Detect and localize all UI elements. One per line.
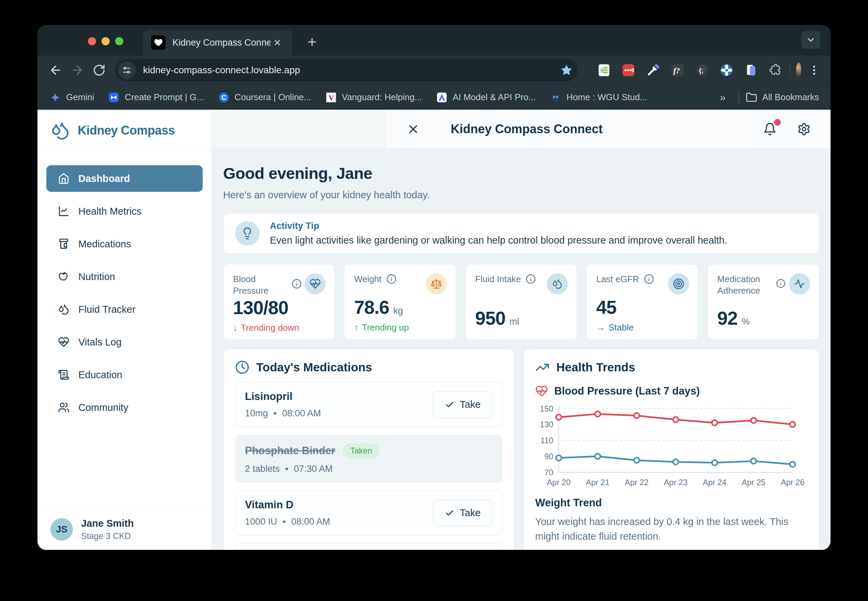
stat-value: 45 <box>596 296 616 318</box>
heart-pulse-icon <box>305 273 326 294</box>
all-bookmarks-button[interactable]: All Bookmarks <box>745 91 819 104</box>
sidebar-item-medications[interactable]: Medications <box>46 231 203 257</box>
trend-indicator: ↑Trending up <box>354 322 446 333</box>
stat-cards: Blood Pressure 130/80 ↓Trending down <box>223 264 819 340</box>
user-profile[interactable]: JS Jane Smith Stage 3 CKD <box>38 509 212 550</box>
weight-trend-text: Your weight has increased by 0.4 kg in t… <box>535 514 807 544</box>
stat-value: 92 <box>717 307 737 329</box>
bookmark-label: Gemini <box>66 92 94 102</box>
bookmarks-bar: Gemini Create Prompt | G... C Coursera |… <box>38 84 830 110</box>
new-tab-button[interactable] <box>304 34 320 50</box>
sidebar-item-dashboard[interactable]: Dashboard <box>46 165 203 192</box>
bookmark-label: Create Prompt | G... <box>125 92 204 102</box>
profile-avatar[interactable] <box>796 63 801 78</box>
bookmarks-overflow-chevrons[interactable]: » <box>720 92 726 103</box>
users-icon <box>58 402 70 413</box>
bookmark-label: AI Model & API Pro... <box>453 92 536 102</box>
info-icon[interactable] <box>292 279 302 289</box>
take-button[interactable]: Take <box>433 391 493 418</box>
braces-extension-icon[interactable]: {; <box>694 63 710 78</box>
stat-unit: % <box>742 317 750 327</box>
color-picker-extension-icon[interactable] <box>645 63 661 78</box>
bookmark-wgu[interactable]: Home : WGU Stud... <box>550 91 647 104</box>
bookmark-create-prompt[interactable]: Create Prompt | G... <box>108 91 204 104</box>
site-settings-icon[interactable] <box>118 61 136 79</box>
bookmark-vanguard[interactable]: V Vanguard: Helping... <box>325 91 422 104</box>
sidebar-item-nutrition[interactable]: Nutrition <box>46 263 203 290</box>
stat-card-blood-pressure: Blood Pressure 130/80 ↓Trending down <box>223 264 335 340</box>
forward-button[interactable] <box>70 63 85 78</box>
activity-icon <box>789 273 810 294</box>
browser-toolbar: kidney-compass-connect.lovable.app 5 f? … <box>38 55 830 84</box>
stat-value: 950 <box>475 307 506 329</box>
medication-dose: 1000 IU <box>245 517 277 527</box>
sidebar-item-label: Vitals Log <box>78 337 122 348</box>
lightbulb-icon <box>235 221 260 246</box>
bookmark-star-icon[interactable] <box>560 64 573 77</box>
notes-extension-icon[interactable]: 5 <box>596 63 612 78</box>
coursera-icon: C <box>218 91 230 104</box>
url-bar[interactable]: kidney-compass-connect.lovable.app <box>115 59 578 81</box>
url-text[interactable]: kidney-compass-connect.lovable.app <box>143 65 560 76</box>
trend-indicator: ↓Trending down <box>233 323 326 333</box>
medication-time: 07:30 AM <box>294 464 333 474</box>
browser-tab[interactable]: Kidney Compass Connect <box>143 30 292 55</box>
sidebar-item-education[interactable]: Education <box>46 362 203 388</box>
clipboard-extension-icon[interactable] <box>743 63 759 78</box>
info-icon[interactable] <box>776 279 786 289</box>
blood-pressure-chart: 1501301109070Apr 20Apr 21Apr 22Apr 23Apr… <box>535 403 807 487</box>
check-icon <box>445 508 454 518</box>
password-manager-extension-icon[interactable] <box>621 63 637 78</box>
sidebar-nav: Dashboard Health Metrics Medications Nut… <box>38 152 212 509</box>
svg-text:Apr 26: Apr 26 <box>781 478 805 487</box>
maximize-window-button[interactable] <box>115 37 123 45</box>
sidebar-item-community[interactable]: Community <box>46 394 203 421</box>
heart-pulse-red-icon <box>535 384 548 398</box>
tab-title: Kidney Compass Connect <box>172 38 271 48</box>
svg-text:150: 150 <box>540 404 553 413</box>
settings-gear-icon[interactable] <box>796 122 812 137</box>
svg-text:90: 90 <box>544 452 553 461</box>
medication-row-iron-supplement: Iron Supplement 1 tablet•09:00 PM Take <box>235 543 503 550</box>
svg-text:Apr 21: Apr 21 <box>586 478 610 487</box>
info-icon[interactable] <box>525 274 536 284</box>
dot-separator: • <box>283 517 286 527</box>
svg-text:Apr 24: Apr 24 <box>703 478 726 487</box>
brand-name: Kidney Compass <box>78 124 175 138</box>
weight-trend-title: Weight Trend <box>535 497 807 509</box>
tab-strip: Kidney Compass Connect <box>38 25 830 55</box>
extensions-puzzle-icon[interactable] <box>768 63 784 78</box>
greeting: Good evening, Jane <box>223 164 819 183</box>
bookmark-ai-model[interactable]: AI Model & API Pro... <box>436 91 536 104</box>
sidebar-item-health-metrics[interactable]: Health Metrics <box>46 198 203 224</box>
folder-icon <box>745 91 758 104</box>
back-button[interactable] <box>48 63 63 78</box>
info-icon[interactable] <box>386 274 396 284</box>
sidebar-item-fluid-tracker[interactable]: Fluid Tracker <box>46 296 203 323</box>
trending-up-icon <box>535 360 550 374</box>
medication-dose: 10mg <box>245 408 268 419</box>
svg-text:110: 110 <box>541 436 554 445</box>
user-name: Jane Smith <box>81 518 134 529</box>
ai-model-icon <box>436 91 448 104</box>
bookmark-label: Home : WGU Stud... <box>566 92 647 102</box>
take-button[interactable]: Take <box>433 499 493 526</box>
bookmark-gemini[interactable]: Gemini <box>49 91 94 104</box>
svg-text:V: V <box>328 93 334 102</box>
notifications-bell-icon[interactable] <box>762 122 777 137</box>
close-window-button[interactable] <box>88 37 96 45</box>
medications-title: Today's Medications <box>256 360 372 374</box>
trend-arrow-up: ↑ <box>354 322 358 333</box>
tab-close-icon[interactable] <box>271 36 284 49</box>
bookmark-coursera[interactable]: C Coursera | Online... <box>218 91 311 104</box>
sidebar-item-vitals-log[interactable]: Vitals Log <box>46 329 203 355</box>
info-icon[interactable] <box>644 274 654 284</box>
medication-name: Vitamin D <box>245 499 330 511</box>
close-panel-icon[interactable] <box>406 122 421 137</box>
reload-button[interactable] <box>91 63 107 78</box>
fq-extension-icon[interactable]: f? <box>670 63 685 78</box>
tab-search-chevron-button[interactable] <box>801 31 820 49</box>
minimize-window-button[interactable] <box>102 37 110 45</box>
browser-menu-icon[interactable] <box>808 64 820 76</box>
medical-cross-extension-icon[interactable] <box>719 63 734 78</box>
